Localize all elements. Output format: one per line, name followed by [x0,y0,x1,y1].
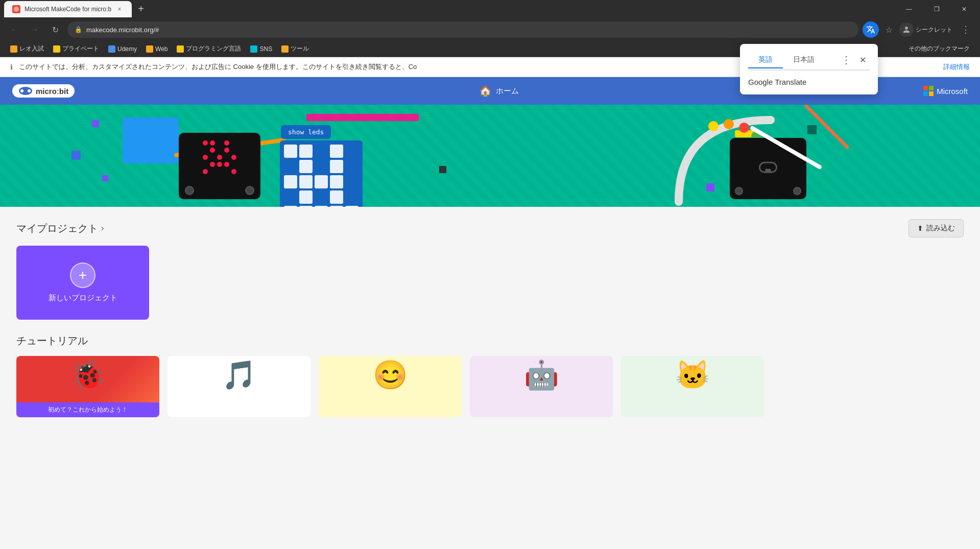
title-bar: Microsoft MakeCode for micro:b × + — ❐ ✕ [0,0,980,18]
speaker-right [793,187,801,195]
hero-blue-device [123,117,179,163]
bookmark-more[interactable]: その他のブックマーク [904,42,974,55]
bookmark-icon [177,45,184,53]
speaker-right [245,186,254,195]
home-label[interactable]: ホーム [496,86,519,96]
profile-label: シークレット [916,26,952,34]
chevron-right-icon: › [101,224,104,233]
new-project-label: 新しいプロジェクト [49,293,117,303]
tutorial-emoji-4: 🤖 [524,359,559,392]
translate-popup: 英語 日本語 ⋮ ✕ Google Translate [740,44,878,94]
header-right: Microsoft [923,86,968,96]
back-button[interactable]: ← [6,21,22,38]
bookmark-programming[interactable]: プログラミング言語 [173,42,245,55]
tab-japanese[interactable]: 日本語 [783,52,825,68]
new-project-card[interactable]: + 新しいプロジェクト [16,246,149,320]
profile-button[interactable] [899,22,914,37]
tutorial-emoji-1: 🐞 [70,359,106,392]
sq4 [807,125,817,134]
bookmark-label: Web [155,45,168,53]
minimize-button[interactable]: — [897,0,921,18]
my-projects-header: マイプロジェクト › ⬆ 読み込む [16,219,964,237]
info-icon: ℹ [10,63,13,71]
plus-symbol: + [79,267,87,283]
maximize-button[interactable]: ❐ [925,0,948,18]
translate-more-button[interactable]: ⋮ [839,53,853,67]
tutorial-emoji-5: 🐱 [675,359,710,392]
window-controls: — ❐ ✕ [897,0,976,18]
translate-service-name: Google Translate [748,78,870,86]
tutorial-badge-1: 初めて？これから始めよう！ [16,402,159,417]
hero-microbit-left [179,133,260,199]
menu-button[interactable]: ⋮ [958,21,974,38]
bookmark-icon [10,45,17,53]
lock-icon: 🔒 [75,26,82,33]
bookmark-private[interactable]: プライベート [49,42,103,55]
led-grid [203,140,236,174]
hero-microbit-right [730,138,806,199]
translate-close-button[interactable]: ✕ [855,53,870,67]
svg-point-2 [20,89,23,92]
bookmark-label: ツール [291,44,309,53]
import-icon: ⬆ [917,224,923,232]
microbit-logo[interactable]: micro:bit [12,84,75,98]
tab-english[interactable]: 英語 [748,52,783,68]
menu-icon: ⋮ [961,24,970,35]
bookmark-reo[interactable]: レオ入試 [6,42,48,55]
translate-button[interactable] [863,21,879,38]
svg-point-4 [708,121,719,131]
main-content: マイプロジェクト › ⬆ 読み込む + 新しいプロジェクト チュートリアル [0,207,980,429]
tutorial-card-4[interactable]: 🤖 [470,356,613,417]
url-text: makecode.microbit.org/# [86,26,851,34]
project-grid: + 新しいプロジェクト [16,246,964,320]
hero-pink-bar [306,114,419,121]
logo-text: micro:bit [36,87,68,96]
forward-icon: → [31,25,39,34]
bookmark-icon [108,45,115,53]
bookmark-label: プログラミング言語 [186,44,241,53]
refresh-button[interactable]: ↻ [47,21,63,38]
my-projects-title: マイプロジェクト › [16,222,104,235]
tab-favicon [12,5,20,13]
svg-point-5 [724,119,734,129]
tutorial-emoji-2: 🎵 [222,359,257,392]
tutorial-card-5[interactable]: 🐱 [621,356,764,417]
translate-popup-actions: ⋮ ✕ [839,53,870,67]
tutorial-card-3[interactable]: 😊 [319,356,462,417]
bookmark-more-label: その他のブックマーク [909,44,970,53]
sq3 [102,175,108,181]
import-button[interactable]: ⬆ 読み込む [909,219,964,237]
bookmark-icon [146,45,153,53]
svg-point-6 [739,123,749,133]
close-button[interactable]: ✕ [952,0,976,18]
tutorial-section: チュートリアル 🐞 初めて？これから始めよう！ 🎵 😊 [16,334,964,417]
forward-button[interactable]: → [27,21,43,38]
bookmark-label: プライベート [62,44,99,53]
my-projects-label: マイプロジェクト [16,222,98,235]
bookmark-star-button[interactable]: ☆ [881,21,897,38]
plus-icon: + [70,262,95,288]
home-icon: 🏠 [479,85,492,97]
tutorial-card-2[interactable]: 🎵 [168,356,310,417]
microsoft-logo[interactable]: Microsoft [923,86,968,96]
bookmark-sns[interactable]: SNS [246,43,276,55]
code-block: show leds [281,125,331,139]
bookmark-label: Udemy [117,45,137,53]
sq1 [92,120,99,127]
active-tab[interactable]: Microsoft MakeCode for micro:b × [4,1,132,17]
new-tab-button[interactable]: + [134,2,148,16]
url-bar[interactable]: 🔒 makecode.microbit.org/# [67,21,858,38]
microbit-mouth [765,169,771,172]
tab-close-button[interactable]: × [115,5,124,13]
bookmark-udemy[interactable]: Udemy [104,43,141,55]
svg-point-3 [28,89,31,92]
bookmark-tools[interactable]: ツール [277,42,313,55]
sq2 [71,151,81,160]
bookmark-label: レオ入試 [19,44,44,53]
led-show-grid [280,140,363,207]
cookie-details-link[interactable]: 詳細情報 [943,62,970,71]
bookmark-web[interactable]: Web [142,43,172,55]
microsoft-label: Microsoft [937,87,968,96]
sq6 [439,166,446,173]
tutorial-card-1[interactable]: 🐞 初めて？これから始めよう！ [16,356,159,417]
